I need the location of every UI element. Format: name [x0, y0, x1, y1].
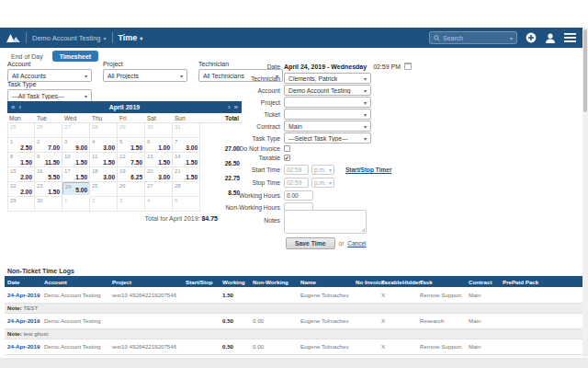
calendar-day-cell-selected[interactable]: 245.00 — [62, 182, 90, 195]
calendar-day-cell[interactable]: 29 — [118, 123, 145, 138]
calendar-day-cell[interactable]: 27 — [145, 182, 173, 197]
time-log-row[interactable]: 24-Apr-2019Demo Account Testingtest10.49… — [5, 339, 582, 354]
cancel-link[interactable]: Cancel — [347, 240, 366, 247]
calendar-day-cell[interactable]: 25 — [7, 123, 35, 138]
calendar-day-cell[interactable]: 171.50 — [62, 167, 90, 182]
calendar-month-title: April 2019 — [21, 104, 228, 110]
account-menu[interactable]: Demo Account Testing ▾ — [32, 34, 107, 42]
calendar-day-cell[interactable]: 73.00 — [173, 138, 200, 153]
task-type-select[interactable]: ---Select Task Type--- ▾ — [284, 132, 371, 144]
calendar-day-cell[interactable]: 101.50 — [62, 153, 90, 167]
mountain-logo-icon[interactable] — [6, 33, 20, 42]
stop-ampm-select[interactable]: p.m. ▾ — [311, 178, 334, 188]
time-log-row[interactable]: 24-Apr-2019Demo Account Testingtest10.49… — [5, 287, 582, 303]
save-time-button[interactable]: Save Time — [286, 237, 335, 249]
do-not-invoice-checkbox[interactable] — [284, 145, 290, 152]
calendar-day-cell[interactable]: 141.50 — [173, 153, 200, 167]
day-number: 25 — [10, 124, 17, 130]
add-button[interactable] — [526, 32, 537, 43]
calendar-day-cell[interactable]: 4 — [145, 197, 173, 212]
calendar-day-cell[interactable]: 183.00 — [90, 167, 118, 182]
calendar-day-cell[interactable]: 30 — [35, 197, 62, 212]
project-filter-select[interactable]: All Projects ▾ — [103, 69, 187, 82]
calendar-day-cell[interactable]: 1 — [62, 197, 90, 212]
time-log-row[interactable]: 24-Apr-2019Demo Account Testing0.500.00E… — [5, 313, 582, 328]
menu-button[interactable] — [564, 33, 576, 42]
calendar-day-cell[interactable]: 152.00 — [7, 167, 35, 182]
column-header[interactable]: Contract — [466, 276, 500, 287]
calendar-day-cell[interactable]: 12.50 — [7, 138, 35, 153]
column-header[interactable]: No Invoice — [353, 276, 379, 287]
cell-noinvoice — [353, 339, 379, 354]
column-header[interactable]: PrePaid Pack — [500, 276, 582, 287]
tab-end-of-day[interactable]: End of Day — [7, 52, 47, 62]
taxable-checkbox[interactable]: ✔ — [284, 155, 290, 161]
contract-select[interactable]: Main ▾ — [284, 121, 371, 132]
calendar-day-cell[interactable]: 27.00 — [35, 138, 62, 153]
calendar-day-cell[interactable]: 31 — [173, 123, 200, 138]
calendar-day-cell[interactable]: 211.50 — [173, 167, 200, 182]
calendar-day-cell[interactable]: 43.00 — [90, 138, 118, 153]
calendar-day-cell[interactable]: 911.50 — [35, 153, 62, 167]
account-select[interactable]: Demo Account Testing ▾ — [284, 85, 371, 96]
calendar-day-cell[interactable]: 165.50 — [35, 167, 62, 182]
user-icon — [545, 33, 556, 43]
column-header[interactable]: Working — [220, 276, 250, 287]
column-header[interactable]: Taxable — [379, 276, 400, 287]
task-type-filter-select[interactable]: ---All Task Types--- ▾ — [7, 89, 92, 102]
calendar-day-cell[interactable]: 39.00 — [62, 138, 90, 153]
start-time-input[interactable]: 02:59 — [284, 165, 309, 175]
calendar-day-cell[interactable]: 3 — [118, 197, 145, 212]
column-header[interactable]: Start/Stop — [183, 276, 220, 287]
calendar-day-cell[interactable]: 5 — [173, 197, 200, 212]
calendar-day-cell[interactable]: 51.50 — [118, 138, 145, 153]
project-select[interactable]: ▾ — [284, 97, 371, 108]
calendar-day-cell[interactable]: 61.00 — [145, 138, 173, 153]
calendar-prev-year-button[interactable]: « — [11, 104, 15, 111]
calendar-day-cell[interactable]: 131.50 — [145, 153, 173, 167]
calendar-day-cell[interactable]: 203.00 — [145, 167, 173, 182]
start-stop-timer-link[interactable]: Start/Stop Timer — [345, 167, 391, 173]
calendar-day-cell[interactable]: 29 — [7, 197, 35, 212]
day-number: 1 — [10, 139, 13, 144]
column-header[interactable]: Name — [298, 276, 353, 287]
column-header[interactable]: Task — [417, 276, 466, 287]
calendar-day-cell[interactable]: 196.25 — [118, 167, 145, 182]
working-hours-input[interactable]: 0.00 — [284, 190, 313, 201]
calendar-day-header: Fri — [118, 115, 145, 121]
start-ampm-select[interactable]: p.m. ▾ — [311, 165, 334, 175]
user-button[interactable] — [545, 33, 556, 43]
calendar-picker-icon[interactable] — [404, 63, 412, 70]
calendar-day-header: Sat — [145, 115, 173, 121]
calendar-day-cell[interactable]: 231.50 — [35, 182, 62, 197]
technician-select[interactable]: Clements, Patrick ▾ — [284, 73, 371, 84]
calendar-day-cell[interactable]: 111.50 — [90, 153, 118, 167]
search-input[interactable]: Search ▾ — [429, 31, 517, 44]
calendar-day-cell[interactable]: 27 — [62, 123, 90, 138]
calendar-day-cell[interactable]: 30 — [145, 123, 173, 138]
time-menu[interactable]: Time ▾ — [119, 33, 143, 42]
calendar-day-cell[interactable]: 26 — [35, 123, 62, 138]
column-header[interactable]: Account — [41, 276, 109, 287]
calendar-day-cell[interactable]: 26 — [118, 182, 145, 197]
notes-textarea[interactable] — [284, 210, 367, 234]
ticket-select[interactable]: ▾ — [284, 109, 371, 120]
scrollbar-thumb[interactable] — [583, 29, 587, 112]
calendar-day-cell[interactable]: 25 — [90, 182, 118, 197]
calendar-day-cell[interactable]: 2 — [90, 197, 118, 212]
calendar-day-cell[interactable]: 28 — [173, 182, 200, 197]
day-hours: 7.00 — [48, 144, 60, 151]
column-header[interactable]: Project — [109, 276, 183, 287]
stop-time-input[interactable]: 02:59 — [284, 178, 309, 188]
column-header[interactable]: Hidden — [400, 276, 417, 287]
column-header[interactable]: Date — [5, 276, 41, 287]
column-header[interactable]: Non-Working — [250, 276, 298, 287]
calendar-day-cell[interactable]: 127.50 — [118, 153, 145, 167]
form-row-technician: Technician Clements, Patrick ▾ — [216, 73, 371, 84]
vertical-scrollbar[interactable] — [582, 28, 588, 357]
time-log-note-row: Note: TEST — [5, 303, 582, 313]
calendar-day-cell[interactable]: 222.00 — [7, 182, 35, 197]
account-filter-select[interactable]: All Accounts ▾ — [7, 69, 92, 82]
calendar-day-cell[interactable]: 28 — [90, 123, 118, 138]
calendar-day-cell[interactable]: 81.50 — [7, 153, 35, 167]
